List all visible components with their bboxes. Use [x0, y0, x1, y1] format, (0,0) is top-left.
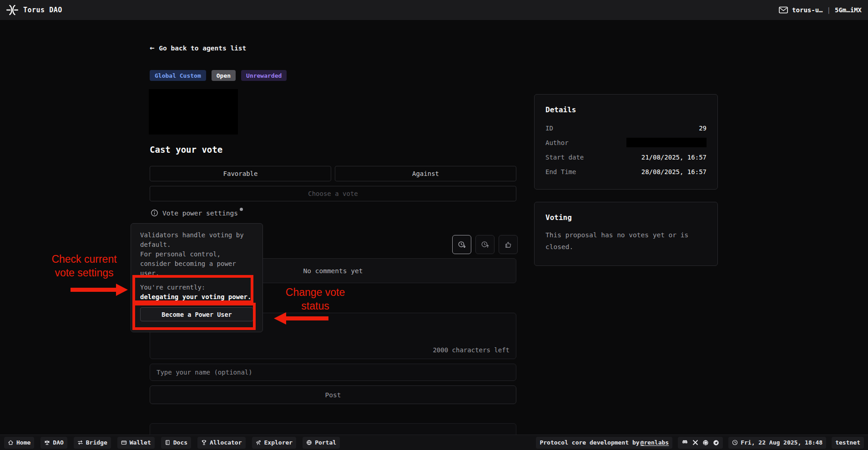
- annotation-arrow-left: [274, 311, 329, 325]
- topbar: Torus DAO torus-u… | 5Gm…iMX: [0, 0, 868, 20]
- footer-nav-allocator[interactable]: Allocator: [197, 437, 245, 449]
- x-icon[interactable]: [692, 440, 698, 445]
- vote-power-settings-label: Vote power settings: [162, 210, 238, 217]
- characters-left-counter: 2000 characters left: [433, 346, 510, 354]
- vote-power-settings-toggle[interactable]: Vote power settings: [151, 209, 243, 217]
- network-label: testnet: [835, 439, 860, 446]
- annotation-change-vote-status: Change vote status: [277, 285, 354, 313]
- author-redacted-value: [626, 138, 707, 147]
- datetime-text: Fri, 22 Aug 2025, 18:48: [741, 439, 823, 446]
- voting-message: This proposal has no votes yet or is clo…: [545, 229, 707, 253]
- sort-oldest-button[interactable]: [475, 235, 495, 254]
- details-start-date-value: 21/08/2025, 16:57: [641, 154, 707, 161]
- allocator-icon: [201, 440, 207, 445]
- tooltip-body-line-1: Validators handle voting by default.: [140, 230, 253, 250]
- details-title: Details: [545, 105, 707, 114]
- sort-newest-icon: [458, 241, 466, 249]
- details-row-end-time: End Time 28/08/2025, 16:57: [545, 167, 707, 176]
- badge-global-custom: Global Custom: [150, 70, 206, 81]
- details-id-value: 29: [699, 125, 707, 132]
- comment-sort-row: [452, 235, 518, 254]
- credit-chip: Protocol core development by @renlabs: [536, 437, 672, 449]
- voting-title: Voting: [545, 213, 707, 222]
- footer-nav-docs[interactable]: Docs: [161, 437, 191, 449]
- annotation-box-current-status: [132, 275, 253, 303]
- favorable-button[interactable]: Favorable: [150, 166, 331, 181]
- app-title: Torus DAO: [23, 6, 62, 14]
- telegram-icon[interactable]: [713, 440, 719, 446]
- vote-option-row: Favorable Against: [150, 166, 516, 181]
- no-comments-text: No comments yet: [303, 267, 363, 275]
- info-icon: [151, 209, 158, 217]
- likes-icon: [505, 241, 512, 249]
- name-input[interactable]: [150, 364, 516, 381]
- annotation-check-current-vote-settings: Check current vote settings: [43, 252, 125, 280]
- details-card: Details ID 29 Author Start date 21/08/20…: [534, 94, 718, 190]
- footer-nav-portal[interactable]: Portal: [303, 437, 340, 449]
- credit-text: Protocol core development by: [540, 439, 639, 446]
- back-arrow-icon: ←: [150, 44, 154, 52]
- bridge-icon: [77, 440, 83, 445]
- mail-icon: [779, 6, 788, 14]
- voting-card: Voting This proposal has no votes yet or…: [534, 202, 718, 266]
- footer-bar: Home DAO Bridge Wallet Docs Allocator Ex…: [0, 435, 868, 450]
- wallet-divider: |: [827, 6, 831, 14]
- annotation-arrow-right: [71, 283, 128, 296]
- explorer-icon: [256, 440, 262, 445]
- sort-oldest-icon: [481, 241, 490, 249]
- portal-icon: [306, 440, 312, 445]
- discord-icon[interactable]: [681, 440, 688, 445]
- network-chip: testnet: [832, 437, 864, 449]
- against-button[interactable]: Against: [335, 166, 516, 181]
- footer-nav-wallet[interactable]: Wallet: [117, 437, 155, 449]
- home-icon: [8, 440, 14, 445]
- back-link-label: Go back to agents list: [159, 45, 246, 52]
- sort-likes-button[interactable]: [499, 235, 518, 254]
- footer-nav-home[interactable]: Home: [4, 437, 34, 449]
- cast-vote-heading: Cast your vote: [150, 145, 222, 155]
- wallet-name: torus-u…: [792, 6, 823, 14]
- docs-icon: [165, 440, 171, 445]
- datetime-chip: Fri, 22 Aug 2025, 18:48: [728, 437, 826, 449]
- details-rows: ID 29 Author Start date 21/08/2025, 16:5…: [545, 123, 707, 176]
- footer-nav-explorer[interactable]: Explorer: [252, 437, 297, 449]
- renlabs-link[interactable]: @renlabs: [641, 439, 669, 446]
- github-icon[interactable]: [702, 440, 709, 446]
- choose-vote-button[interactable]: Choose a vote: [150, 186, 516, 201]
- sort-newest-button[interactable]: [452, 235, 471, 254]
- badge-open: Open: [212, 70, 236, 81]
- badge-row: Global Custom Open Unrewarded: [150, 70, 287, 81]
- tooltip-body-line-2: For personal control, consider becoming …: [140, 250, 253, 278]
- wallet-account-button[interactable]: torus-u… | 5Gm…iMX: [779, 6, 862, 14]
- dao-icon: [44, 440, 50, 445]
- torus-logo-icon: [6, 4, 18, 16]
- details-end-time-value: 28/08/2025, 16:57: [641, 168, 707, 175]
- details-row-id: ID 29: [545, 123, 707, 133]
- annotation-box-power-user-button: [132, 303, 256, 330]
- social-links-chip: [678, 437, 723, 449]
- clock-icon: [732, 440, 738, 445]
- post-button[interactable]: Post: [150, 385, 516, 404]
- footer-right-group: Protocol core development by @renlabs Fr…: [536, 437, 864, 449]
- footer-nav-dao[interactable]: DAO: [40, 437, 67, 449]
- wallet-address: 5Gm…iMX: [835, 6, 862, 14]
- back-to-agents-link[interactable]: ← Go back to agents list: [150, 44, 246, 52]
- wallet-icon: [121, 440, 127, 445]
- details-row-start-date: Start date 21/08/2025, 16:57: [545, 152, 707, 162]
- proposal-title-redacted: [149, 89, 238, 135]
- details-row-author: Author: [545, 138, 707, 147]
- notification-dot: [240, 208, 243, 211]
- footer-nav-bridge[interactable]: Bridge: [74, 437, 111, 449]
- badge-unrewarded: Unrewarded: [241, 70, 287, 81]
